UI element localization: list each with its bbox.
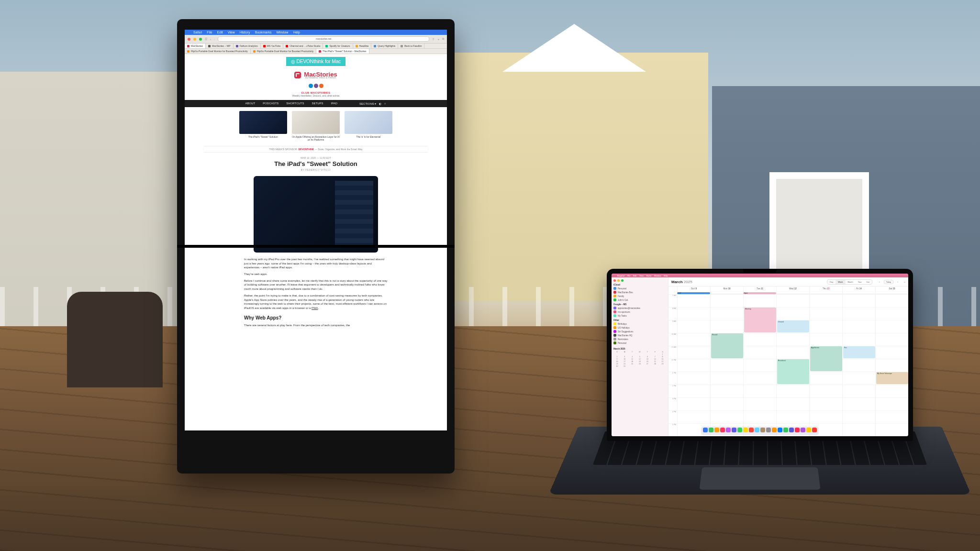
calendar-list-item[interactable]: ms-sponsors xyxy=(613,310,666,314)
window-zoom-icon[interactable] xyxy=(621,279,624,282)
calendar-cell[interactable] xyxy=(743,372,776,385)
mini-calendar-day[interactable] xyxy=(644,353,651,355)
browser-tab[interactable]: Spotify for Creators xyxy=(323,44,353,48)
browser-tab[interactable]: Headline xyxy=(353,44,372,48)
calendar-cell[interactable] xyxy=(677,397,710,410)
calendar-cell[interactable] xyxy=(710,397,743,410)
calendar-cell[interactable] xyxy=(677,372,710,385)
calendar-cell[interactable] xyxy=(842,385,875,397)
menubar-item[interactable]: Help xyxy=(664,275,668,277)
mini-calendar-day[interactable]: W xyxy=(636,351,644,353)
menubar-item[interactable]: File xyxy=(627,275,630,277)
view-option[interactable]: List xyxy=(864,280,872,284)
mini-calendar-day[interactable] xyxy=(613,353,621,355)
calendar-cell[interactable] xyxy=(875,410,908,423)
mini-calendar-day[interactable]: 14 xyxy=(651,358,658,360)
calendar-list-item[interactable]: Personal xyxy=(613,341,666,345)
mini-calendar-day[interactable]: 17 xyxy=(621,361,628,363)
nav-next-icon[interactable]: › xyxy=(897,280,898,283)
calendar-cell[interactable] xyxy=(875,346,908,359)
menubar-item[interactable]: Help xyxy=(293,31,300,34)
dock-app-icon[interactable] xyxy=(709,428,713,432)
mini-calendar-day[interactable] xyxy=(644,365,651,367)
mini-calendar-day[interactable]: 23 xyxy=(613,363,621,365)
mini-calendar-day[interactable]: 18 xyxy=(629,361,636,363)
calendar-cell[interactable] xyxy=(809,397,842,410)
calendar-cell[interactable] xyxy=(710,307,743,320)
mini-calendar-day[interactable]: 8 xyxy=(659,356,666,358)
mini-calendar-day[interactable]: 11 xyxy=(629,358,636,360)
menubar-app-name[interactable]: BusyCal xyxy=(617,275,624,277)
calendar-account-header[interactable]: iCloud xyxy=(613,284,666,286)
dock-app-icon[interactable] xyxy=(714,428,719,432)
day-header[interactable]: Wed 12 xyxy=(776,287,809,294)
nav-item[interactable]: IPAD xyxy=(331,102,338,105)
calendar-cell[interactable] xyxy=(743,410,776,423)
mini-calendar-day[interactable]: 16 xyxy=(613,361,621,363)
calendar-cell[interactable] xyxy=(875,294,908,307)
calendar-cell[interactable] xyxy=(875,333,908,346)
club-promo[interactable]: CLUB MACSTORIES Weekly newsletter, Disco… xyxy=(185,91,447,97)
view-option[interactable]: Week xyxy=(835,280,845,284)
nav-back-icon[interactable]: ‹ xyxy=(210,38,211,41)
calendar-cell[interactable] xyxy=(842,359,875,372)
mini-month-calendar[interactable]: March 2025 SMTWTFS1234567891011121314151… xyxy=(613,348,666,368)
dock-app-icon[interactable] xyxy=(766,428,771,432)
mini-calendar-day[interactable] xyxy=(651,365,658,367)
calendar-cell[interactable] xyxy=(809,372,842,385)
sponsor-strip[interactable]: THIS WEEK'S SPONSOR: DEVONTHINK — Store,… xyxy=(204,146,428,153)
calendar-cell[interactable] xyxy=(743,294,776,307)
calendar-list-item[interactable]: My Tasks xyxy=(613,314,666,318)
macos-menubar[interactable]: BusyCal File Edit View Event Window Help xyxy=(612,274,908,277)
window-minimize-icon[interactable] xyxy=(193,38,196,41)
tabs-overview-icon[interactable]: ⧉ xyxy=(442,37,444,41)
calendar-cell[interactable] xyxy=(677,307,710,320)
mini-calendar-day[interactable]: 28 xyxy=(651,363,658,365)
browser-tab[interactable]: MS YouTube xyxy=(261,44,283,48)
calendar-cell[interactable] xyxy=(842,410,875,423)
calendar-list-item[interactable]: appstories@macstories xyxy=(613,306,666,310)
calendar-list-item[interactable]: Reminders xyxy=(613,337,666,341)
mini-calendar-day[interactable]: 24 xyxy=(621,363,628,365)
featured-card[interactable]: On Apple Offering an Abstraction Layer f… xyxy=(292,111,340,141)
new-tab-icon[interactable]: + xyxy=(437,38,439,41)
calendar-event[interactable]: Rec xyxy=(843,346,875,358)
calendar-cell[interactable] xyxy=(776,307,809,320)
calendar-cell[interactable] xyxy=(842,307,875,320)
mini-calendar-day[interactable]: 7 xyxy=(651,356,658,358)
browser-tab[interactable]: Fathom Analytics xyxy=(234,44,261,48)
featured-card[interactable]: The 'e' Is for Elemental xyxy=(345,111,392,141)
calendar-cell[interactable] xyxy=(809,307,842,320)
calendar-list-item[interactable]: John's Cal. xyxy=(613,298,666,302)
window-minimize-icon[interactable] xyxy=(617,279,620,282)
mini-calendar-day[interactable] xyxy=(629,353,636,355)
mini-calendar-day[interactable]: 9 xyxy=(613,358,621,360)
dock-app-icon[interactable] xyxy=(778,428,782,432)
dock-app-icon[interactable] xyxy=(772,428,777,432)
social-link-icon[interactable] xyxy=(314,84,318,88)
calendar-list-item[interactable]: Siri Suggestions xyxy=(613,330,666,333)
mini-calendar-day[interactable]: T xyxy=(629,351,636,353)
macos-menubar[interactable]: Safari File Edit View History Bookmarks … xyxy=(185,30,447,35)
calendar-cell[interactable] xyxy=(743,333,776,346)
calendar-cell[interactable] xyxy=(743,359,776,372)
mini-calendar-day[interactable]: 6 xyxy=(644,356,651,358)
menubar-item[interactable]: Bookmarks xyxy=(255,31,271,34)
sidebar-toggle-icon[interactable]: ☰ xyxy=(205,37,207,41)
mini-calendar-day[interactable]: S xyxy=(613,351,621,353)
calendar-cell[interactable] xyxy=(875,423,908,436)
calendar-list-item[interactable]: MacStories Bus. xyxy=(613,290,666,294)
calendar-cell[interactable] xyxy=(875,385,908,397)
browser-tab[interactable]: Back to Feedbin xyxy=(398,44,424,48)
mini-calendar-day[interactable] xyxy=(636,365,644,367)
dock-app-icon[interactable] xyxy=(737,428,742,432)
nav-item[interactable]: PODCASTS xyxy=(263,102,278,105)
calendar-cell[interactable] xyxy=(875,307,908,320)
macos-dock[interactable] xyxy=(701,427,819,435)
calendar-cell[interactable] xyxy=(809,294,842,307)
calendar-cell[interactable] xyxy=(875,397,908,410)
day-header[interactable]: Sat 15 xyxy=(875,287,908,294)
day-header[interactable]: Fri 14 xyxy=(842,287,875,294)
mini-calendar-day[interactable] xyxy=(629,365,636,367)
day-header[interactable]: Mon 10 xyxy=(710,287,743,294)
